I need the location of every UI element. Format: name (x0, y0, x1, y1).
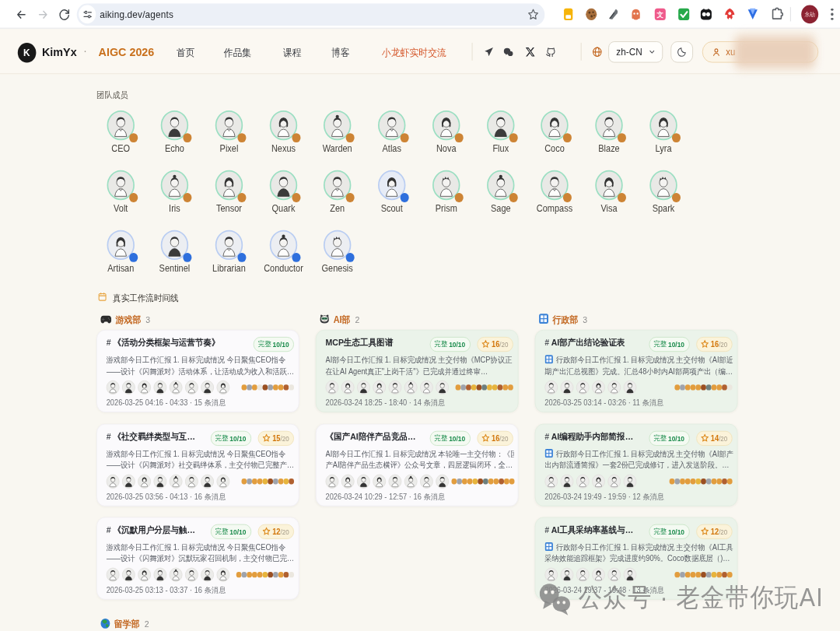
svg-text:文: 文 (656, 11, 664, 19)
